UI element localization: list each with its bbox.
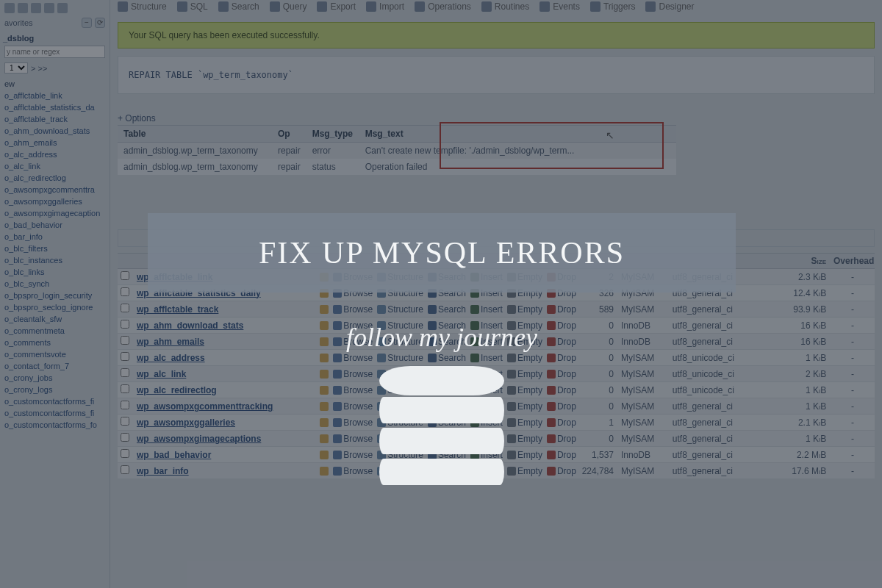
overhead: - <box>831 351 875 365</box>
overhead: - <box>831 383 875 398</box>
routines-icon <box>481 1 492 12</box>
settings-icon[interactable] <box>44 3 54 13</box>
reload-icon[interactable] <box>57 3 68 13</box>
row-checkbox[interactable] <box>121 271 129 280</box>
sidebar-table-item[interactable]: o_commentsvote <box>1 348 108 360</box>
overhead: - <box>831 270 875 284</box>
tab-routines[interactable]: Routines <box>481 1 529 12</box>
row-checkbox[interactable] <box>121 287 129 296</box>
sidebar-filter-input[interactable] <box>4 46 105 58</box>
sidebar-table-item[interactable]: o_customcontactforms_fo <box>1 419 108 431</box>
tab-sql[interactable]: SQL <box>177 1 208 12</box>
tab-query[interactable]: Query <box>270 1 307 12</box>
row-checkbox[interactable] <box>121 320 129 329</box>
row-checkbox[interactable] <box>121 433 129 442</box>
collapse-icon[interactable]: − <box>82 18 92 28</box>
row-checkbox[interactable] <box>121 417 129 426</box>
sidebar-table-item[interactable]: o_blc_filters <box>1 243 108 254</box>
sidebar-table-item[interactable]: o_alc_redirectlog <box>1 172 108 184</box>
sidebar-table-item[interactable]: o_crony_jobs <box>1 372 108 384</box>
overhead: - <box>831 367 875 381</box>
sidebar-table-item[interactable]: o_afflctable_statistics_da <box>1 101 108 113</box>
size: 16 KiB <box>772 334 831 349</box>
result-header[interactable]: Op <box>272 126 306 143</box>
sidebar-table-item[interactable]: o_blc_links <box>1 266 108 278</box>
row-checkbox[interactable] <box>121 465 129 474</box>
row-checkbox[interactable] <box>121 352 129 361</box>
row-checkbox[interactable] <box>121 449 129 458</box>
tab-structure[interactable]: Structure <box>118 1 167 12</box>
result-cell: admin_dsblog.wp_term_taxonomy <box>118 143 272 159</box>
sidebar-table-item[interactable]: o_bpspro_login_security <box>1 290 108 301</box>
sidebar-table-item[interactable]: o_contact_form_7 <box>1 360 108 372</box>
row-checkbox[interactable] <box>121 336 129 345</box>
sidebar-table-item[interactable]: o_alc_link <box>1 160 108 172</box>
tab-import[interactable]: Import <box>366 1 404 12</box>
tab-export[interactable]: Export <box>317 1 356 12</box>
size: 12.4 KiB <box>772 286 831 301</box>
col-overhead[interactable]: Overhead <box>831 254 875 268</box>
sidebar-table-item[interactable]: o_bad_behavior <box>1 219 108 231</box>
database-icon <box>379 366 504 485</box>
row-checkbox[interactable] <box>121 401 129 409</box>
home-icon[interactable] <box>4 3 15 13</box>
options-toggle[interactable]: + Options <box>118 113 875 123</box>
tab-events[interactable]: Events <box>539 1 580 12</box>
sidebar-table-item[interactable]: o_customcontactforms_fi <box>1 407 108 419</box>
overhead: - <box>831 334 875 349</box>
size: 17.6 MiB <box>772 464 831 478</box>
sidebar-table-item[interactable]: o_afflctable_link <box>1 90 108 101</box>
overhead: - <box>831 286 875 301</box>
sidebar-table-item[interactable]: o_comments <box>1 337 108 348</box>
sidebar-table-item[interactable]: o_bar_info <box>1 231 108 243</box>
row-checkbox[interactable] <box>121 368 129 377</box>
cursor-icon: ↖ <box>606 129 616 143</box>
import-icon <box>366 1 376 12</box>
sidebar-table-item[interactable]: o_alc_address <box>1 148 108 160</box>
promo-subtitle: follow my journey <box>148 322 736 353</box>
size: 2.2 MiB <box>772 448 831 462</box>
row-checkbox[interactable] <box>121 304 129 312</box>
events-icon <box>539 1 550 12</box>
success-banner: Your SQL query has been executed success… <box>118 22 875 49</box>
new-table-link[interactable]: ew <box>0 78 110 90</box>
sidebar-table-item[interactable]: o_blc_synch <box>1 278 108 290</box>
expand-icon[interactable]: ⟳ <box>95 18 105 28</box>
result-header[interactable]: Table <box>118 126 272 143</box>
result-header[interactable]: Msg_text <box>359 126 676 143</box>
sidebar-table-item[interactable]: o_cleantalk_sfw <box>1 313 108 325</box>
sidebar-table-item[interactable]: o_awsompxggalleries <box>1 196 108 207</box>
sidebar-table-item[interactable]: o_ahm_emails <box>1 137 108 148</box>
sidebar-pager: 1 > >> <box>0 61 110 78</box>
sql-query-box: REPAIR TABLE `wp_term_taxonomy` <box>118 56 875 94</box>
sidebar-table-item[interactable]: o_bpspro_seclog_ignore <box>1 301 108 313</box>
col-size[interactable]: Size <box>772 254 831 268</box>
tab-operations[interactable]: Operations <box>415 1 471 12</box>
pager-next[interactable]: > >> <box>31 64 47 73</box>
sidebar-table-item[interactable]: o_ahm_download_stats <box>1 125 108 137</box>
logout-icon[interactable] <box>18 3 28 13</box>
overhead: - <box>831 415 875 430</box>
docs-icon[interactable] <box>31 3 41 13</box>
sidebar-table-item[interactable]: o_blc_instances <box>1 254 108 266</box>
page-select[interactable]: 1 <box>4 62 28 74</box>
tab-search[interactable]: Search <box>218 1 259 12</box>
favorites-label: avorites <box>4 18 33 27</box>
sidebar-table-item[interactable]: o_afflctable_track <box>1 113 108 125</box>
promo-card: FIX UP MYSQL ERRORS follow my journey <box>148 213 736 490</box>
sidebar-table-item[interactable]: o_customcontactforms_fi <box>1 395 108 407</box>
tab-designer[interactable]: Designer <box>645 1 694 12</box>
size: 93.9 KiB <box>772 302 831 317</box>
sidebar-table-item[interactable]: o_commentmeta <box>1 325 108 337</box>
result-wrap: TableOpMsg_typeMsg_text admin_dsblog.wp_… <box>118 125 875 175</box>
query-icon <box>270 1 280 12</box>
row-checkbox[interactable] <box>121 384 129 393</box>
tab-triggers[interactable]: Triggers <box>590 1 636 12</box>
sidebar-table-item[interactable]: o_awsompxgcommenttra <box>1 184 108 196</box>
overhead: - <box>831 318 875 333</box>
promo-title: FIX UP MYSQL ERRORS <box>162 235 721 270</box>
result-header[interactable]: Msg_type <box>306 126 359 143</box>
sidebar-table-item[interactable]: o_awsompxgimagecaption <box>1 207 108 219</box>
database-name[interactable]: _dsblog <box>0 29 110 44</box>
sidebar-table-item[interactable]: o_crony_logs <box>1 384 108 395</box>
